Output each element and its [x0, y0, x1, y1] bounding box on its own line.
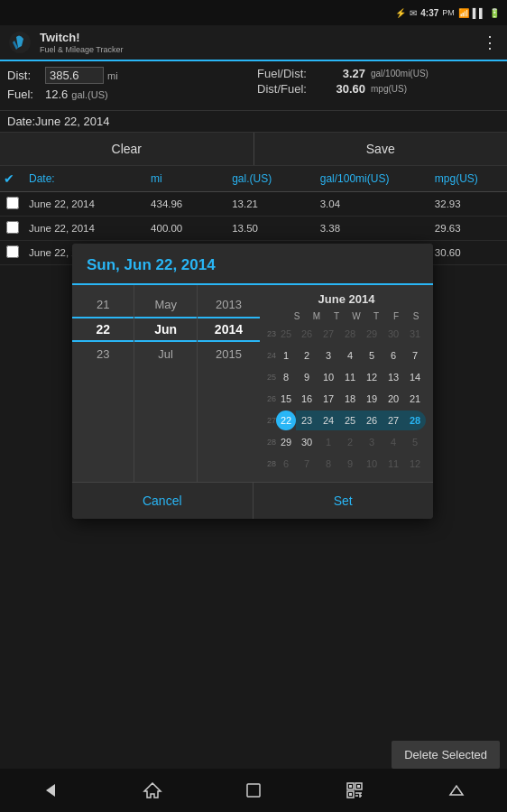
spinner-day-selected[interactable]: 22	[72, 317, 134, 342]
status-bar: ⚡ ✉ 4:37 PM 📶 ▌▌ 🔋	[0, 0, 507, 25]
spinner-year-next[interactable]: 2015	[198, 342, 260, 366]
nav-qr-button[interactable]	[336, 772, 373, 808]
cal-day-18[interactable]: 18	[340, 389, 360, 409]
cal-day-jul9[interactable]: 9	[340, 454, 360, 474]
calendar-grid-section: June 2014 S M T W T F S 23 25 26 27 28 2…	[260, 285, 433, 482]
week-num-28: 28	[267, 431, 276, 453]
dist-fuel-unit: mpg(US)	[371, 84, 407, 94]
cal-day-16[interactable]: 16	[297, 389, 317, 409]
cal-day-21[interactable]: 21	[405, 389, 425, 409]
cal-day-7[interactable]: 7	[405, 346, 425, 365]
cal-day-19[interactable]: 19	[362, 389, 382, 409]
cal-day-8[interactable]: 8	[276, 367, 296, 387]
spinner-month-next[interactable]: Jul	[134, 342, 196, 366]
cal-day-24[interactable]: 24	[318, 411, 339, 430]
cal-day-9[interactable]: 9	[297, 367, 317, 387]
check-icon: ✔	[4, 171, 14, 186]
cal-day-23[interactable]: 23	[296, 411, 318, 430]
cal-day-jul5[interactable]: 5	[405, 432, 425, 452]
cal-day-27[interactable]: 27	[383, 411, 404, 430]
nav-back-button[interactable]	[32, 772, 69, 808]
cal-day-may29[interactable]: 29	[362, 324, 382, 344]
date-label: Date:	[7, 115, 35, 128]
cal-day-11[interactable]: 11	[340, 367, 360, 387]
cal-day-1[interactable]: 1	[276, 346, 296, 365]
cal-day-jul2[interactable]: 2	[340, 432, 360, 452]
cal-day-6[interactable]: 6	[383, 346, 403, 365]
cal-day-jul7[interactable]: 7	[297, 454, 317, 474]
row-checkbox-2[interactable]	[6, 245, 19, 258]
nav-recent-button[interactable]	[235, 772, 272, 808]
cal-day-2[interactable]: 2	[297, 346, 317, 365]
cal-day-14[interactable]: 14	[405, 367, 425, 387]
day-spinner[interactable]: 21 22 23	[72, 285, 134, 482]
cal-day-20[interactable]: 20	[383, 389, 403, 409]
spinner-month-selected[interactable]: Jun	[134, 317, 196, 342]
wifi-icon: 📶	[458, 8, 469, 18]
cal-day-may27[interactable]: 27	[318, 324, 338, 344]
cal-day-12[interactable]: 12	[362, 367, 382, 387]
cal-day-jul11[interactable]: 11	[383, 454, 403, 474]
cal-day-25[interactable]: 25	[339, 411, 361, 430]
spinner-month-prev[interactable]: May	[134, 292, 196, 317]
spinner-year-selected[interactable]: 2014	[198, 317, 260, 342]
cal-day-15[interactable]: 15	[276, 389, 296, 409]
status-icons: ⚡ ✉ 4:37 PM 📶 ▌▌ 🔋	[395, 8, 500, 18]
calendar-cancel-button[interactable]: Cancel	[72, 483, 254, 519]
battery-icon: 🔋	[489, 8, 500, 18]
cal-day-13[interactable]: 13	[383, 367, 403, 387]
cal-day-may25[interactable]: 25	[276, 324, 296, 344]
dist-fuel-row: Dist/Fuel: 30.60 mpg(US)	[257, 82, 500, 96]
row-checkbox-cell-2[interactable]	[0, 241, 25, 265]
clear-button[interactable]: Clear	[0, 133, 254, 165]
row-gal-1: 13.50	[228, 217, 317, 241]
spinner-day-next[interactable]: 23	[72, 342, 134, 366]
dist-input[interactable]	[45, 67, 104, 84]
cal-day-jul8[interactable]: 8	[318, 454, 338, 474]
col-checkbox: ✔	[0, 166, 25, 192]
cal-day-22[interactable]: 22	[276, 411, 296, 430]
cal-day-jul3[interactable]: 3	[362, 432, 382, 452]
cal-day-jul10[interactable]: 10	[362, 454, 382, 474]
cal-day-jul12[interactable]: 12	[405, 454, 425, 474]
cal-day-29[interactable]: 29	[276, 432, 296, 452]
cal-day-3[interactable]: 3	[318, 346, 338, 365]
header-menu-button[interactable]: ⋮	[482, 32, 500, 52]
cal-day-may26[interactable]: 26	[297, 324, 317, 344]
cal-day-may30[interactable]: 30	[383, 324, 403, 344]
calendar-footer: Cancel Set	[72, 482, 433, 519]
back-icon	[41, 780, 60, 800]
spinner-day-prev[interactable]: 21	[72, 292, 134, 317]
cal-day-5[interactable]: 5	[362, 346, 382, 365]
cal-day-may31[interactable]: 31	[405, 324, 425, 344]
wd-mon: M	[307, 311, 327, 321]
month-spinner[interactable]: May Jun Jul	[134, 285, 197, 482]
cal-day-4[interactable]: 4	[340, 346, 360, 365]
delete-selected-button[interactable]: Delete Selected	[392, 741, 500, 769]
save-button[interactable]: Save	[254, 133, 508, 165]
calendar-set-button[interactable]: Set	[254, 483, 434, 519]
row-checkbox-cell-0[interactable]	[0, 192, 25, 217]
cal-day-28[interactable]: 28	[404, 411, 426, 430]
recent-icon	[244, 780, 263, 800]
spinner-year-prev[interactable]: 2013	[198, 292, 260, 317]
cal-day-26[interactable]: 26	[361, 411, 383, 430]
cal-day-jul6[interactable]: 6	[276, 454, 296, 474]
row-checkbox-0[interactable]	[6, 197, 19, 209]
svg-marker-1	[46, 784, 55, 797]
nav-home-button[interactable]	[134, 772, 171, 808]
row-checkbox-cell-1[interactable]	[0, 217, 25, 241]
nav-up-button[interactable]	[438, 772, 475, 808]
fuel-dist-row: Fuel/Dist: 3.27 gal/100mi(US)	[257, 67, 500, 80]
week-num-26: 26	[267, 388, 276, 410]
cal-day-jul4[interactable]: 4	[383, 432, 403, 452]
cal-day-jul1[interactable]: 1	[318, 432, 338, 452]
cal-day-may28[interactable]: 28	[340, 324, 360, 344]
cal-day-17[interactable]: 17	[318, 389, 338, 409]
row-checkbox-1[interactable]	[6, 221, 19, 234]
cal-day-30[interactable]: 30	[297, 432, 317, 452]
fuel-field-row: Fuel: 12.6 gal.(US)	[7, 88, 250, 101]
year-spinner[interactable]: 2013 2014 2015	[198, 285, 260, 482]
signal-icon: ▌▌	[473, 8, 485, 18]
cal-day-10[interactable]: 10	[318, 367, 338, 387]
